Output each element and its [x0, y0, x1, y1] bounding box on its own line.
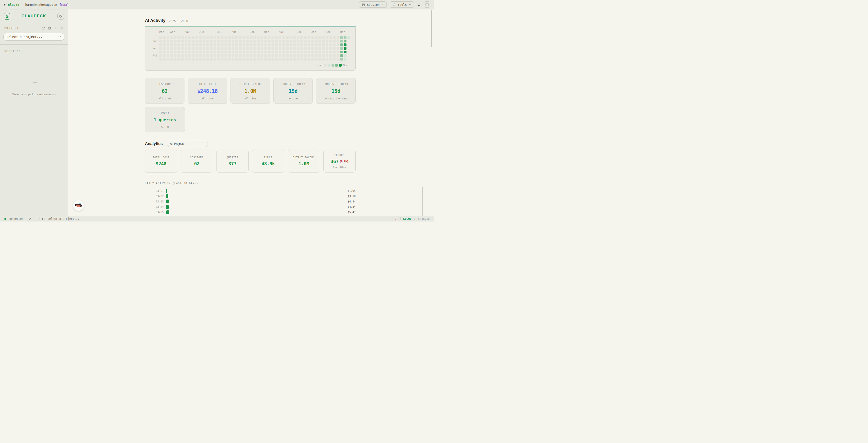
- heatmap-cell[interactable]: [174, 43, 177, 46]
- heatmap-cell[interactable]: [326, 43, 329, 46]
- heatmap-cell[interactable]: [203, 54, 206, 57]
- heatmap-cell[interactable]: [210, 43, 213, 46]
- heatmap-cell[interactable]: [315, 54, 317, 57]
- heatmap-cell[interactable]: [178, 51, 180, 53]
- heatmap-cell[interactable]: [185, 36, 187, 39]
- heatmap-cell[interactable]: [279, 51, 281, 53]
- heatmap-cell[interactable]: [170, 58, 173, 61]
- heatmap-cell[interactable]: [253, 40, 256, 42]
- heatmap-cell[interactable]: [322, 40, 325, 42]
- heatmap-cell[interactable]: [217, 40, 220, 42]
- heatmap-cell[interactable]: [304, 43, 307, 46]
- heatmap-cell[interactable]: [192, 54, 194, 57]
- heatmap-cell[interactable]: [333, 51, 336, 53]
- heatmap-cell[interactable]: [246, 51, 249, 53]
- project-settings-icon[interactable]: [61, 27, 63, 30]
- heatmap-cell[interactable]: [188, 43, 191, 46]
- heatmap-cell[interactable]: [246, 40, 249, 42]
- heatmap-cell[interactable]: [192, 36, 194, 39]
- heatmap-cell[interactable]: [264, 36, 267, 39]
- heatmap-cell[interactable]: [337, 47, 339, 50]
- heatmap-cell[interactable]: [337, 40, 339, 42]
- heatmap-cell[interactable]: [272, 43, 274, 46]
- heatmap-cell[interactable]: [257, 58, 260, 61]
- heatmap-cell[interactable]: [282, 47, 285, 50]
- heatmap-cell[interactable]: [207, 54, 209, 57]
- heatmap-cell[interactable]: [322, 51, 325, 53]
- heatmap-cell[interactable]: [268, 40, 271, 42]
- heatmap-cell[interactable]: [232, 47, 235, 50]
- heatmap-cell[interactable]: [203, 40, 206, 42]
- heatmap-cell[interactable]: [203, 36, 206, 39]
- heatmap-cell[interactable]: [286, 36, 289, 39]
- heatmap-cell[interactable]: [315, 40, 317, 42]
- heatmap-cell[interactable]: [272, 47, 274, 50]
- heatmap-cell[interactable]: [228, 40, 231, 42]
- daily-list-scrollbar-thumb[interactable]: [422, 187, 423, 216]
- heatmap-cell[interactable]: [322, 54, 325, 57]
- heatmap-cell[interactable]: [224, 47, 227, 50]
- heatmap-cell[interactable]: [275, 43, 278, 46]
- heatmap-cell[interactable]: [268, 47, 271, 50]
- heatmap-cell[interactable]: [199, 40, 202, 42]
- heatmap-cell[interactable]: [210, 54, 213, 57]
- heatmap-cell[interactable]: [268, 43, 271, 46]
- heatmap-cell[interactable]: [243, 51, 245, 53]
- heatmap-cell[interactable]: [347, 36, 350, 39]
- heatmap-cell[interactable]: [344, 54, 346, 57]
- heatmap-cell[interactable]: [333, 54, 336, 57]
- heatmap-cell[interactable]: [166, 47, 169, 50]
- heatmap-cell[interactable]: [170, 51, 173, 53]
- heatmap-cell[interactable]: [275, 58, 278, 61]
- heatmap-cell[interactable]: [185, 40, 187, 42]
- heatmap-cell[interactable]: [293, 47, 296, 50]
- heatmap-cell[interactable]: [337, 51, 339, 53]
- heatmap-cell[interactable]: [163, 40, 166, 42]
- heatmap-cell[interactable]: [235, 51, 238, 53]
- heatmap-cell[interactable]: [333, 58, 336, 61]
- heatmap-cell[interactable]: [282, 58, 285, 61]
- heatmap-cell[interactable]: [214, 43, 216, 46]
- heatmap-cell[interactable]: [282, 43, 285, 46]
- heatmap-cell[interactable]: [297, 43, 300, 46]
- heatmap-cell[interactable]: [326, 54, 329, 57]
- heatmap-cell[interactable]: [195, 47, 198, 50]
- heatmap-cell[interactable]: [261, 47, 263, 50]
- heatmap-cell[interactable]: [257, 43, 260, 46]
- heatmap-cell[interactable]: [210, 47, 213, 50]
- heatmap-cell[interactable]: [311, 54, 314, 57]
- heatmap-cell[interactable]: [282, 54, 285, 57]
- heatmap-cell[interactable]: [272, 40, 274, 42]
- heatmap-cell[interactable]: [195, 51, 198, 53]
- heatmap-cell[interactable]: [322, 43, 325, 46]
- heatmap-cell[interactable]: [239, 40, 242, 42]
- heatmap-cell[interactable]: [178, 36, 180, 39]
- heatmap-cell[interactable]: [166, 40, 169, 42]
- heatmap-cell[interactable]: [235, 54, 238, 57]
- heatmap-cell[interactable]: [246, 58, 249, 61]
- heatmap-cell[interactable]: [293, 54, 296, 57]
- heatmap-cell[interactable]: [329, 51, 332, 53]
- heatmap-cell[interactable]: [286, 51, 289, 53]
- heatmap-cell[interactable]: [221, 43, 223, 46]
- heatmap-cell[interactable]: [279, 47, 281, 50]
- heatmap-cell[interactable]: [322, 47, 325, 50]
- heatmap-cell[interactable]: [289, 54, 292, 57]
- heatmap-cell[interactable]: [178, 58, 180, 61]
- heatmap-cell[interactable]: [217, 54, 220, 57]
- heatmap-cell[interactable]: [217, 58, 220, 61]
- heatmap-cell[interactable]: [301, 51, 303, 53]
- heatmap-cell[interactable]: [301, 43, 303, 46]
- heatmap-cell[interactable]: [199, 54, 202, 57]
- heatmap-cell[interactable]: [221, 40, 223, 42]
- heatmap-cell[interactable]: [282, 40, 285, 42]
- heatmap-cell[interactable]: [318, 54, 321, 57]
- heatmap-cell[interactable]: [246, 43, 249, 46]
- heatmap-cell[interactable]: [289, 51, 292, 53]
- heatmap-cell[interactable]: [289, 36, 292, 39]
- heatmap-cell[interactable]: [279, 36, 281, 39]
- heatmap-cell[interactable]: [174, 58, 177, 61]
- heatmap-cell[interactable]: [207, 51, 209, 53]
- heatmap-cell[interactable]: [279, 58, 281, 61]
- heatmap-cell[interactable]: [279, 43, 281, 46]
